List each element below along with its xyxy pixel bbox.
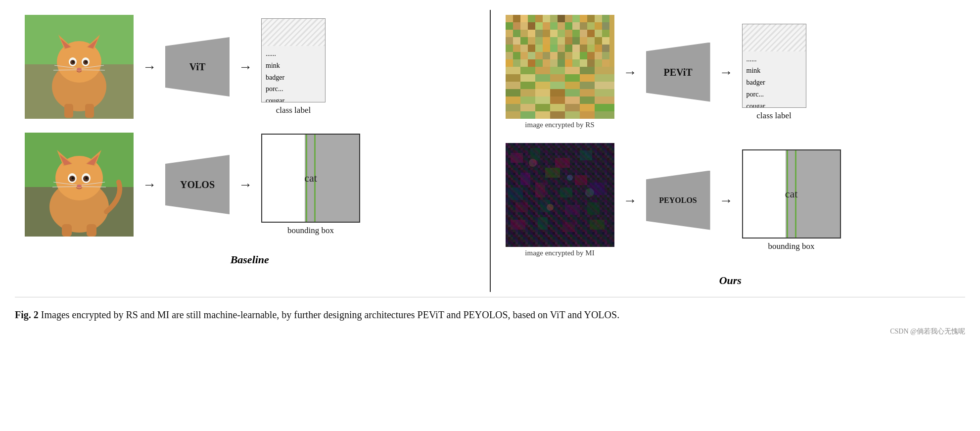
svg-rect-54 [572, 15, 580, 22]
svg-rect-140 [587, 59, 595, 67]
svg-rect-223 [540, 200, 550, 212]
right-bottom-row: image encrypted by MI → PEYOLOS → [506, 143, 956, 257]
svg-rect-73 [506, 30, 513, 37]
svg-rect-145 [520, 67, 535, 74]
svg-rect-72 [602, 22, 609, 30]
bbox-box-right: cat [742, 149, 841, 239]
svg-rect-168 [550, 89, 565, 96]
svg-rect-219 [535, 183, 545, 197]
left-half: → ViT → ...... [15, 10, 485, 292]
svg-rect-77 [535, 30, 543, 37]
pevit-model: PEViT [646, 43, 710, 102]
svg-rect-58 [602, 15, 609, 22]
svg-rect-133 [535, 59, 543, 67]
svg-rect-172 [506, 96, 520, 104]
yolos-bbox-output: cat bounding box [261, 134, 360, 236]
svg-rect-62 [528, 22, 535, 30]
svg-rect-147 [550, 67, 565, 74]
svg-rect-117 [520, 52, 528, 59]
svg-rect-51 [550, 15, 558, 22]
svg-rect-144 [506, 67, 520, 74]
svg-rect-94 [558, 37, 565, 45]
svg-rect-45 [506, 15, 513, 22]
class-item-porc-r: porc... [747, 89, 802, 100]
svg-point-14 [85, 61, 87, 63]
svg-rect-59 [506, 22, 513, 30]
svg-rect-142 [602, 59, 609, 67]
svg-rect-167 [535, 89, 550, 96]
svg-rect-109 [565, 45, 572, 52]
yolos-model: YOLOS [165, 155, 230, 214]
baseline-label: Baseline [25, 253, 475, 266]
arrow-4: → [238, 177, 252, 192]
svg-rect-180 [520, 104, 535, 111]
svg-point-35 [72, 177, 74, 180]
svg-rect-116 [513, 52, 520, 59]
svg-rect-65 [550, 22, 558, 30]
svg-rect-110 [572, 45, 580, 52]
peyolos-label: PEYOLOS [646, 196, 710, 205]
svg-rect-191 [580, 111, 595, 119]
svg-rect-118 [528, 52, 535, 59]
svg-rect-157 [595, 74, 614, 82]
svg-rect-158 [506, 82, 520, 89]
right-top-image-col: image encrypted by RS [506, 15, 614, 129]
svg-rect-216 [545, 168, 560, 178]
arrow-3: → [142, 177, 156, 192]
bbox-label-text-right: bounding box [768, 241, 815, 251]
arrow-7: → [623, 192, 637, 208]
svg-rect-225 [587, 202, 600, 215]
svg-rect-156 [580, 74, 595, 82]
svg-rect-78 [543, 30, 550, 37]
svg-rect-169 [565, 89, 580, 96]
ours-label: Ours [506, 274, 956, 287]
svg-rect-121 [550, 52, 558, 59]
svg-rect-228 [562, 222, 575, 232]
svg-rect-129 [506, 59, 513, 67]
svg-rect-177 [580, 96, 595, 104]
bbox-box-left: cat [261, 134, 360, 223]
svg-rect-153 [535, 74, 550, 82]
svg-rect-70 [587, 22, 595, 30]
vit-model: ViT [165, 37, 230, 96]
svg-rect-131 [520, 59, 528, 67]
svg-rect-192 [595, 111, 614, 119]
svg-rect-217 [575, 175, 587, 185]
svg-rect-162 [565, 82, 580, 89]
svg-rect-185 [595, 104, 614, 111]
arrow-8: → [719, 192, 733, 208]
class-item-badger-r: badger [747, 77, 802, 89]
svg-rect-154 [550, 74, 565, 82]
svg-rect-128 [602, 52, 609, 59]
bbox-cat-right: cat [743, 188, 840, 200]
svg-rect-67 [565, 22, 572, 30]
svg-rect-86 [602, 30, 609, 37]
svg-rect-164 [595, 82, 614, 89]
class-list-box-left: ...... mink badger porc... cougar cat [261, 18, 326, 102]
svg-rect-93 [550, 37, 558, 45]
svg-rect-89 [520, 37, 528, 45]
svg-rect-76 [528, 30, 535, 37]
svg-rect-66 [558, 22, 565, 30]
vertical-divider [490, 10, 491, 292]
svg-rect-91 [535, 37, 543, 45]
svg-point-230 [529, 159, 537, 167]
svg-rect-220 [560, 188, 572, 197]
svg-rect-165 [506, 89, 520, 96]
svg-rect-75 [520, 30, 528, 37]
svg-rect-48 [528, 15, 535, 22]
pevit-class-output: ...... mink badger porc... cougar cat [742, 24, 806, 121]
svg-rect-146 [535, 67, 550, 74]
svg-rect-163 [580, 82, 595, 89]
svg-rect-170 [580, 89, 595, 96]
svg-rect-141 [595, 59, 602, 67]
class-item-porc: porc... [266, 83, 321, 95]
svg-rect-119 [535, 52, 543, 59]
svg-rect-226 [511, 220, 525, 230]
svg-rect-189 [550, 111, 565, 119]
svg-rect-64 [543, 22, 550, 30]
svg-rect-187 [520, 111, 535, 119]
right-top-row: image encrypted by RS → PEViT → [506, 15, 956, 129]
svg-rect-227 [538, 217, 548, 230]
class-label-text-right: class label [756, 111, 791, 121]
